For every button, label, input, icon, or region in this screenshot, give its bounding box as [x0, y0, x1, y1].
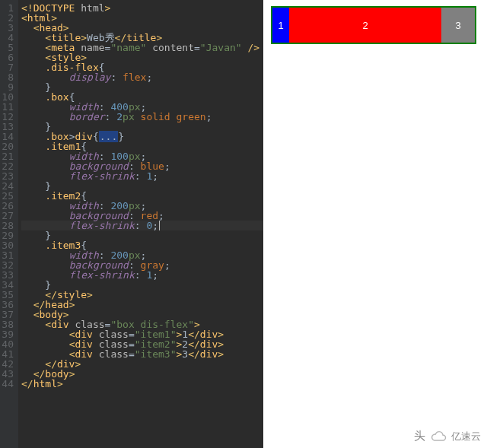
preview-pane: 123 头 亿速云: [263, 0, 487, 448]
flex-item-1: 1: [272, 8, 289, 43]
code-line[interactable]: <!DOCTYPE html>: [21, 3, 263, 13]
code-line[interactable]: flex-shrink: 1;: [21, 171, 263, 181]
line-number: 44: [0, 379, 14, 389]
code-line[interactable]: display: flex;: [21, 72, 263, 82]
text-cursor: [159, 221, 160, 230]
flex-item-2: 2: [289, 8, 441, 43]
watermark-brand: 亿速云: [451, 430, 481, 443]
code-line[interactable]: flex-shrink: 1;: [21, 270, 263, 280]
code-line[interactable]: flex-shrink: 0;: [21, 221, 263, 230]
code-line[interactable]: border: 2px solid green;: [21, 112, 263, 122]
watermark-char: 头: [414, 429, 425, 443]
code-area[interactable]: <!DOCTYPE html><html> <head> <title>Web秀…: [18, 0, 263, 448]
watermark: 头 亿速云: [414, 429, 481, 443]
flex-box-demo: 123: [271, 6, 476, 44]
flex-item-3: 3: [441, 8, 475, 43]
cloud-icon: [430, 431, 447, 443]
code-editor[interactable]: 1234567891011121314202122232425262728293…: [0, 0, 263, 448]
code-line[interactable]: </html>: [21, 379, 263, 389]
line-number-gutter: 1234567891011121314202122232425262728293…: [0, 0, 18, 448]
